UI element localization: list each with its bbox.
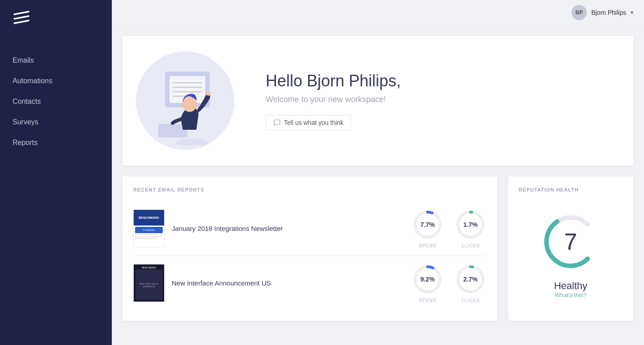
- sidebar-item-surveys[interactable]: Surveys: [0, 112, 112, 132]
- table-row: BENCHMARK More Than Just an Interface Li…: [133, 256, 487, 310]
- dashboard-row: RECENT EMAIL REPORTS BENCHMARK FreshBook…: [123, 176, 633, 321]
- chevron-down-icon: ▾: [631, 9, 633, 16]
- recent-reports-card: RECENT EMAIL REPORTS BENCHMARK FreshBook…: [123, 176, 497, 321]
- chat-icon: [273, 119, 280, 126]
- clicks-stat-2: 2.7% CLICKS: [454, 263, 487, 303]
- clicks-value-2: 2.7%: [463, 276, 478, 283]
- opens-label-2: OPENS: [419, 298, 436, 303]
- opens-label-1: OPENS: [419, 243, 436, 248]
- opens-value-2: 9.2%: [420, 276, 435, 283]
- content-area: Hello Bjorn Philips, Welcome to your new…: [112, 25, 644, 345]
- brand-logo-icon: [11, 9, 32, 30]
- welcome-text-area: Hello Bjorn Philips, Welcome to your new…: [248, 54, 633, 148]
- reputation-card: REPUTATION HEALTH 7 Healthy What's this?: [508, 176, 633, 321]
- main-area: BP Bjorn Philips ▾: [112, 0, 644, 345]
- svg-point-10: [176, 139, 208, 145]
- recent-reports-title: RECENT EMAIL REPORTS: [133, 187, 487, 192]
- illustration-svg: [140, 56, 230, 145]
- email-stats-1: 7.7% OPENS 1.7%: [411, 209, 487, 248]
- sidebar-item-reports[interactable]: Reports: [0, 132, 112, 153]
- avatar: BP: [572, 5, 587, 20]
- welcome-title: Hello Bjorn Philips,: [266, 72, 615, 90]
- clicks-label-1: CLICKS: [461, 243, 480, 248]
- clicks-label-2: CLICKS: [461, 298, 480, 303]
- table-row: BENCHMARK FreshBooks: [133, 201, 487, 256]
- user-menu[interactable]: BP Bjorn Philips ▾: [572, 5, 633, 20]
- reputation-status: Healthy: [554, 280, 588, 292]
- opens-donut-2: 9.2%: [411, 263, 444, 295]
- svg-line-1: [14, 16, 29, 19]
- email-stats-2: 9.2% OPENS 2.7%: [411, 263, 487, 303]
- sidebar-item-emails[interactable]: Emails: [0, 50, 112, 71]
- opens-donut-1: 7.7%: [411, 209, 444, 241]
- reputation-score: 7: [564, 228, 577, 255]
- feedback-label: Tell us what you think: [284, 119, 343, 126]
- reputation-whats-this-link[interactable]: What's this?: [555, 292, 586, 298]
- svg-point-12: [185, 104, 192, 108]
- clicks-donut-2: 2.7%: [454, 263, 487, 295]
- reputation-title: REPUTATION HEALTH: [519, 187, 623, 192]
- opens-value-1: 7.7%: [420, 221, 435, 228]
- clicks-value-1: 1.7%: [463, 221, 478, 228]
- welcome-illustration: [123, 43, 248, 159]
- email-thumbnail-1: BENCHMARK FreshBooks: [133, 209, 165, 247]
- svg-line-2: [14, 21, 29, 23]
- rep-gauge-container: 7 Healthy What's this?: [519, 201, 623, 307]
- svg-line-0: [14, 12, 29, 14]
- sidebar-item-contacts[interactable]: Contacts: [0, 91, 112, 112]
- email-name-1: January 2018 Integrations Newsletter: [172, 225, 404, 232]
- email-name-2: New Interface Announcement US: [172, 279, 404, 287]
- header: BP Bjorn Philips ▾: [112, 0, 644, 25]
- illustration-circle: [136, 51, 234, 150]
- sidebar-nav: Emails Automations Contacts Surveys Repo…: [0, 46, 112, 158]
- logo-area: [0, 0, 112, 46]
- user-name-label: Bjorn Philips: [591, 9, 626, 16]
- sidebar: Emails Automations Contacts Surveys Repo…: [0, 0, 112, 345]
- opens-stat-1: 7.7% OPENS: [411, 209, 444, 248]
- email-thumbnail-2: BENCHMARK More Than Just an Interface Li…: [133, 264, 165, 302]
- opens-stat-2: 9.2% OPENS: [411, 263, 444, 303]
- svg-point-13: [206, 91, 211, 96]
- welcome-card: Hello Bjorn Philips, Welcome to your new…: [123, 36, 633, 166]
- sidebar-item-automations[interactable]: Automations: [0, 71, 112, 91]
- clicks-stat-1: 1.7% CLICKS: [454, 209, 487, 248]
- welcome-subtitle: Welcome to your new workspace!: [266, 95, 615, 104]
- gauge-wrapper: 7: [539, 210, 602, 273]
- feedback-button[interactable]: Tell us what you think: [266, 115, 351, 130]
- clicks-donut-1: 1.7%: [454, 209, 487, 241]
